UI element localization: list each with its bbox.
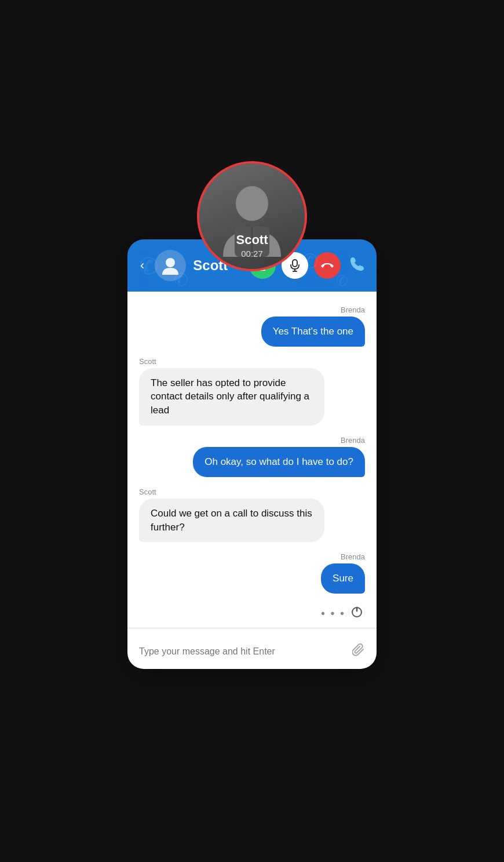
power-button-icon: [351, 606, 363, 618]
phone-wrapper: Scott 00:27 ✆ ✆ ✆ ✆ ‹: [127, 193, 377, 669]
chat-card: ✆ ✆ ✆ ✆ ‹ Scott: [127, 239, 377, 669]
sender-label-5: Brenda: [341, 552, 365, 561]
svg-point-7: [166, 258, 175, 267]
attachment-icon[interactable]: [352, 643, 365, 660]
call-avatar-info: Scott 00:27: [199, 232, 305, 259]
sender-label-2: Scott: [139, 357, 156, 366]
chat-input-area: [127, 634, 377, 669]
message-row-4: Scott Could we get on a call to discuss …: [139, 488, 365, 543]
sender-label-4: Scott: [139, 488, 156, 496]
bubble-3: Oh okay, so what do I have to do?: [193, 447, 365, 477]
message-row-5: Brenda Sure: [139, 552, 365, 594]
hang-up-icon: [320, 261, 334, 270]
call-timer: 00:27: [199, 249, 305, 259]
back-button[interactable]: ‹: [137, 256, 148, 275]
bubble-5: Sure: [321, 563, 365, 594]
call-avatar-ring: Scott 00:27: [197, 161, 307, 271]
message-row-3: Brenda Oh okay, so what do I have to do?: [139, 436, 365, 477]
dots-icon[interactable]: • • •: [321, 607, 345, 620]
power-icon[interactable]: [351, 606, 363, 621]
phone-icon: [350, 256, 365, 275]
message-row-2: Scott The seller has opted to provide co…: [139, 357, 365, 425]
chat-body: Brenda Yes That's the one Scott The sell…: [127, 292, 377, 634]
message-row-1: Brenda Yes That's the one: [139, 305, 365, 347]
header-avatar: [155, 250, 186, 281]
svg-point-0: [236, 186, 268, 221]
call-icon: [350, 256, 365, 271]
avatar-silhouette-icon: [160, 255, 181, 276]
bubble-2: The seller has opted to provide contact …: [139, 368, 324, 425]
bubble-4: Could we get on a call to discuss this f…: [139, 499, 324, 543]
hang-up-button[interactable]: [314, 252, 341, 279]
paperclip-icon: [352, 643, 365, 656]
message-input[interactable]: [139, 646, 352, 657]
bubble-1: Yes That's the one: [261, 317, 365, 347]
divider: [127, 628, 377, 628]
sender-label-3: Brenda: [341, 436, 365, 445]
chat-footer-info: • • •: [139, 604, 365, 625]
sender-label-1: Brenda: [341, 305, 365, 314]
call-name: Scott: [199, 232, 305, 248]
